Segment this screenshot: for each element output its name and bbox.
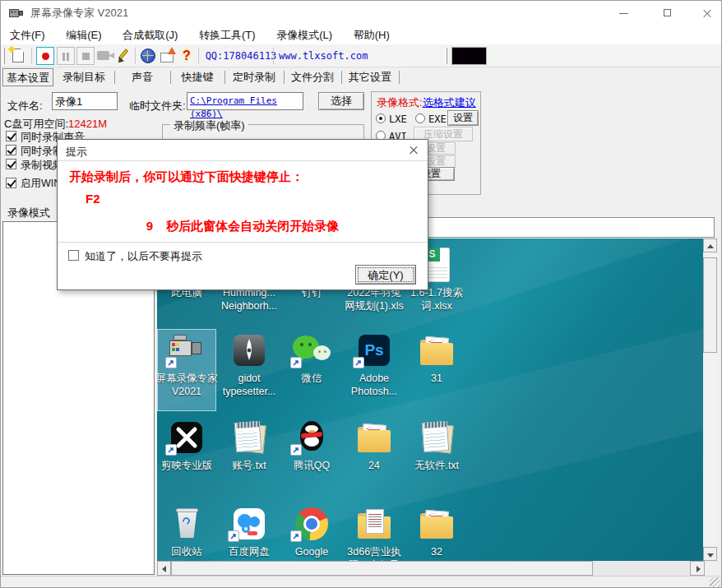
format-lxe-radio[interactable]: [376, 113, 386, 123]
filename-input[interactable]: 录像1: [52, 92, 118, 110]
disk-space-value: 12421M: [68, 118, 107, 130]
scroll-right-button[interactable]: [690, 561, 705, 576]
recycle-bin-icon: [167, 504, 206, 544]
record-video-checkbox[interactable]: [6, 159, 16, 169]
tab-other-settings[interactable]: 其它设置: [341, 68, 399, 86]
desktop-icon-account-txt[interactable]: 账号.txt: [220, 416, 279, 498]
horizontal-scroll-thumb[interactable]: [171, 561, 593, 576]
shortcut-arrow-icon: [290, 444, 302, 456]
format-lxe-label: LXE: [389, 113, 407, 125]
toolbar-gripper: [445, 48, 447, 64]
stop-button: [76, 47, 95, 65]
chrome-icon: [292, 504, 331, 544]
app-window: 屏幕录像专家 V2021 文件(F) 编辑(E) 合成截取(J) 转换工具(T)…: [0, 0, 722, 588]
ok-button-label: 确定(Y): [358, 267, 414, 282]
website-button[interactable]: [139, 47, 157, 65]
desktop-icon-folder-31[interactable]: 31: [407, 329, 466, 411]
hint-dialog: 提示 开始录制后，你可以通过下面快捷键停止： F2 9 秒后此窗体会自动关闭开始…: [57, 139, 428, 290]
horizontal-scrollbar[interactable]: [157, 561, 705, 576]
title-bar: 屏幕录像专家 V2021: [1, 1, 721, 25]
dialog-hotkey: F2: [86, 192, 100, 206]
desktop-icon-qq[interactable]: 腾讯QQ: [282, 416, 341, 498]
framerate-group-label: 录制频率(帧率): [170, 118, 248, 133]
tab-strip: 基本设置 录制目标 声音 快捷键 定时录制 文件分割 其它设置: [1, 68, 721, 86]
temp-folder-input[interactable]: C:\Program Files (x86)\: [187, 92, 303, 110]
shortcut-arrow-icon: [290, 530, 302, 542]
minimize-icon: [619, 13, 628, 14]
folder-icon: [417, 504, 456, 544]
menu-bar: 文件(F) 编辑(E) 合成截取(J) 转换工具(T) 录像模式(L) 帮助(H…: [1, 25, 721, 44]
scroll-up-button[interactable]: [703, 238, 717, 252]
scrollbar-corner: [705, 561, 717, 576]
tab-scheduled-recording[interactable]: 定时录制: [224, 68, 284, 86]
menu-file[interactable]: 文件(F): [1, 25, 54, 44]
shortcut-arrow-icon: [165, 357, 177, 368]
record-icon: [42, 53, 49, 60]
menu-help[interactable]: 帮助(H): [345, 25, 399, 44]
gidot-pen-icon: [229, 331, 269, 370]
folder-icon: [354, 418, 394, 457]
ok-button[interactable]: 确定(Y): [355, 265, 416, 285]
dont-remind-label: 知道了，以后不要再提示: [85, 249, 202, 264]
scroll-down-button[interactable]: [703, 547, 717, 561]
dont-remind-checkbox[interactable]: [68, 250, 79, 261]
maximize-button[interactable]: [650, 1, 685, 25]
register-button[interactable]: [159, 47, 177, 65]
window-title: 屏幕录像专家 V2021: [30, 1, 128, 25]
desktop-icon-screen-recorder[interactable]: 屏幕录像专家V2021: [157, 329, 216, 411]
folder-icon: [417, 331, 456, 370]
notepad-file-icon: [417, 418, 456, 457]
baidu-netdisk-icon: [229, 504, 269, 544]
close-button[interactable]: [690, 1, 722, 25]
desktop-icon-capcut[interactable]: 剪映专业版: [157, 416, 216, 498]
tab-sound[interactable]: 声音: [114, 68, 170, 86]
toolbar-separator: [31, 48, 32, 64]
choose-folder-button[interactable]: 选择: [318, 92, 364, 110]
maximize-icon: [664, 9, 671, 16]
enable-win-checkbox[interactable]: [6, 178, 16, 188]
dialog-close-button[interactable]: [406, 143, 421, 158]
shortcut-arrow-icon: [353, 357, 364, 368]
shortcut-arrow-icon: [290, 357, 302, 368]
record-sound-checkbox[interactable]: [6, 131, 16, 141]
menu-convert-tools[interactable]: 转换工具(T): [190, 25, 265, 44]
resize-grip[interactable]: [710, 577, 720, 588]
desktop-icon-wechat[interactable]: 微信: [282, 329, 341, 411]
menu-edit[interactable]: 编辑(E): [57, 25, 110, 44]
countdown-number: 9: [146, 219, 153, 233]
website-link[interactable]: www.tlxsoft.com: [279, 47, 358, 65]
vertical-scrollbar[interactable]: [703, 238, 717, 561]
tab-basic-settings[interactable]: 基本设置: [2, 68, 53, 86]
toolbar-separator: [273, 48, 274, 64]
tab-file-split[interactable]: 文件分割: [284, 68, 341, 86]
desktop-icon-photoshop[interactable]: Ps AdobePhotosh...: [345, 329, 404, 411]
help-icon[interactable]: ?: [178, 47, 196, 65]
menu-compose-capture[interactable]: 合成截取(J): [113, 25, 187, 44]
format-advice-link[interactable]: 选格式建议: [423, 96, 476, 109]
record-cursor-checkbox[interactable]: [6, 145, 16, 155]
shortcut-arrow-icon: [228, 530, 239, 542]
app-icon: [9, 7, 24, 19]
record-button[interactable]: [36, 47, 54, 65]
vertical-scroll-thumb[interactable]: [703, 257, 717, 353]
record-mode-label: 录像模式: [7, 206, 50, 220]
countdown-text: 秒后此窗体会自动关闭开始录像: [166, 219, 339, 233]
new-file-button[interactable]: [9, 47, 27, 65]
scroll-left-button[interactable]: [157, 561, 171, 576]
pen-annotate-button[interactable]: [114, 47, 132, 65]
desktop-icon-folder-24[interactable]: 24: [345, 416, 404, 498]
dialog-countdown: 9 秒后此窗体会自动关闭开始录像: [58, 219, 428, 234]
tab-hotkeys[interactable]: 快捷键: [170, 68, 224, 86]
photoshop-icon: Ps: [354, 331, 394, 370]
minimize-button[interactable]: [607, 1, 641, 25]
status-bar: [1, 576, 721, 588]
exe-settings-button[interactable]: 设置: [447, 110, 479, 126]
tab-record-target[interactable]: 录制目标: [53, 68, 114, 86]
desktop-icon-folder-32[interactable]: 32: [407, 502, 466, 561]
format-exe-radio[interactable]: [415, 113, 425, 123]
desktop-icon-nosoftware-txt[interactable]: 无软件.txt: [407, 416, 466, 498]
camera-button: [96, 47, 114, 65]
desktop-icon-gidot[interactable]: gidottypesetter...: [220, 329, 279, 411]
dialog-message-line1: 开始录制后，你可以通过下面快捷键停止：: [69, 169, 303, 185]
menu-record-mode[interactable]: 录像模式(L): [267, 25, 341, 44]
